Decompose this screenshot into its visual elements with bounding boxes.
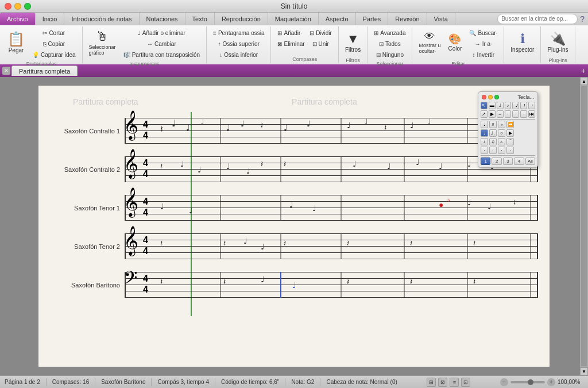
staff-lines-sax-contralto-1[interactable]: 𝄞 4 4 𝄽 (125, 118, 538, 144)
anadir-eliminar-button[interactable]: ♩ Añadir o eliminar (121, 28, 203, 38)
kp-rest-btn[interactable]: 𝄽 (520, 102, 527, 109)
kp-num-3[interactable]: 3 (503, 157, 513, 165)
inspector-button[interactable]: ℹ Inspector (508, 28, 537, 56)
tab-partes[interactable]: Partes (356, 13, 389, 25)
keypad-zoom[interactable] (494, 95, 499, 99)
keypad-minimize[interactable] (488, 95, 493, 99)
anadir-compas-button[interactable]: ⊞ Añadir· (274, 28, 305, 38)
dividir-button[interactable]: ⊟ Dividir (307, 28, 335, 38)
filtros-button[interactable]: ▼ Filtros (342, 28, 363, 56)
vertical-scrollbar[interactable]: ▲ ▼ (580, 77, 588, 375)
zoom-out-btn[interactable]: − (500, 378, 508, 386)
scroll-up-btn[interactable]: ▲ (580, 77, 588, 85)
unir-button[interactable]: ⊡ Unir (310, 39, 332, 49)
invertir-button[interactable]: ↕ Invertir (466, 49, 500, 60)
kp-sixteenth2-btn[interactable]: ♫ (489, 138, 497, 145)
tab-inicio[interactable]: Inicio (36, 13, 65, 25)
todos-button[interactable]: ⊡ Todos (371, 39, 408, 49)
staff-lines-sax-tenor-1[interactable]: 𝄞 4 4 ♩ ♩ ♩ (125, 195, 538, 221)
staff-lines-sax-baritono[interactable]: 𝄢 4 4 𝄽 𝄽 (125, 272, 538, 298)
staff-lines-sax-contralto-2[interactable]: 𝄞 4 4 𝄽 ♩ ♩ (125, 156, 538, 182)
scroll-thumb[interactable] (581, 86, 587, 366)
kp-dot-quarter-btn[interactable]: ♩. (489, 129, 497, 137)
pegar-button[interactable]: 📋 Pegar (5, 28, 28, 56)
kp-extra4-btn[interactable]: · (506, 147, 514, 154)
kp-num-2[interactable]: 2 (492, 157, 501, 165)
tab-intro-notas[interactable]: Introducción de notas (64, 13, 139, 25)
kp-cursor-btn[interactable]: ↖ (481, 102, 488, 109)
kp-slur-btn[interactable]: ⌒ (506, 138, 514, 145)
seleccionar-grafico-button[interactable]: 🖱 Seleccionargráfico (86, 28, 119, 57)
avanzada-button[interactable]: ⊞ Avanzada (371, 28, 408, 38)
ossia-inferior-button[interactable]: ↓ Ossia inferior (210, 49, 267, 60)
add-tab-button[interactable]: + (581, 66, 586, 75)
kp-arrow-btn[interactable]: ↗ (481, 110, 488, 118)
kp-whole-btn[interactable]: ○ (498, 129, 505, 137)
kp-dot-eighth-btn[interactable]: ♪. (498, 138, 505, 145)
kp-dot2-btn[interactable]: · (512, 110, 519, 118)
kp-dot3-btn[interactable]: · (520, 110, 527, 118)
mostrar-ocultar-button[interactable]: 👁 Mostrar uocultar· (416, 28, 443, 56)
ribbon-search-input[interactable] (497, 14, 578, 24)
pentagrama-ossia-button[interactable]: ≡ Pentagrama ossia (210, 28, 267, 38)
kp-eighth-btn[interactable]: ♪ (505, 102, 512, 109)
kp-extra2-btn[interactable]: · (489, 147, 497, 154)
capturar-idea-button[interactable]: 💡 Capturar idea (29, 49, 79, 60)
kp-quarter-btn[interactable]: ♩ (481, 121, 488, 128)
color-button[interactable]: 🎨 Color (446, 28, 465, 56)
time-sig-bot-4: 4 (143, 246, 148, 256)
kp-dot-btn[interactable]: · (505, 110, 512, 118)
kp-num-1[interactable]: 1 (481, 157, 490, 165)
zoom-slider[interactable] (510, 381, 545, 383)
eliminar-button[interactable]: ⊠ Eliminar (274, 39, 307, 49)
cambiar-button[interactable]: ↔ Cambiar (121, 39, 203, 49)
view-btn-2[interactable]: ⊠ (438, 378, 447, 387)
tab-vista[interactable]: Vista (427, 13, 455, 25)
ninguno-button[interactable]: ⊟ Ninguno (371, 49, 408, 60)
close-tab-button[interactable]: ✕ (2, 67, 10, 75)
kp-back-btn[interactable]: ⏪ (506, 121, 514, 128)
kp-play-btn[interactable]: ▶ (489, 110, 496, 118)
buscar-button[interactable]: 🔍 Buscar· (466, 28, 500, 38)
tab-aspecto[interactable]: Aspecto (319, 13, 356, 25)
view-btn-1[interactable]: ⊞ (427, 378, 436, 387)
tab-maquetacion[interactable]: Maquetación (268, 13, 319, 25)
tab-texto[interactable]: Texto (185, 13, 215, 25)
kp-sharp-btn[interactable]: # (489, 121, 497, 128)
kp-quarter2-btn[interactable]: ♩ (481, 129, 488, 137)
view-btn-4[interactable]: ⊡ (461, 378, 470, 387)
kp-all-btn[interactable]: All (525, 157, 535, 165)
tab-archivo[interactable]: Archivo (0, 13, 36, 25)
kp-sixteenth-btn[interactable]: 𝅘𝅥𝅮 (512, 102, 519, 109)
score-tab[interactable]: Partitura completa (11, 66, 78, 76)
ossia-superior-button[interactable]: ↑ Ossia superior (210, 39, 267, 49)
staff-lines-sax-tenor-2[interactable]: 𝄞 4 4 𝄽 𝄽 ♩ (125, 233, 538, 259)
partitura-transposicion-button[interactable]: 🎼 Partitura con transposición (121, 49, 203, 60)
tab-revision[interactable]: Revisión (388, 13, 427, 25)
plugins-button[interactable]: 🔌 Plug-ins (544, 28, 571, 56)
keypad-close[interactable] (482, 95, 486, 99)
minimize-button[interactable] (14, 3, 21, 10)
kp-bar-btn[interactable]: ▬ (489, 102, 496, 109)
kp-note-btn[interactable]: ♩ (497, 102, 504, 109)
kp-rewind-btn[interactable]: ⏮ (528, 110, 535, 118)
tab-notaciones[interactable]: Notaciones (140, 13, 185, 25)
scroll-down-btn[interactable]: ▼ (580, 367, 588, 375)
kp-eighth2-btn[interactable]: ♪ (481, 138, 488, 145)
view-btn-3[interactable]: ≡ (450, 378, 459, 387)
close-button[interactable] (5, 3, 11, 10)
cortar-button[interactable]: ✂ Cortar (29, 28, 79, 38)
kp-forward-btn[interactable]: ▶ (506, 129, 514, 137)
help-icon[interactable]: ? (580, 14, 585, 24)
ir-a-button[interactable]: → Ir a· (466, 39, 500, 49)
tab-reproduccion[interactable]: Reproducción (215, 13, 268, 25)
zoom-button[interactable] (24, 3, 31, 10)
kp-extra1-btn[interactable]: · (481, 147, 488, 154)
kp-extra3-btn[interactable]: · (498, 147, 505, 154)
kp-flat-btn[interactable]: ♭ (498, 121, 505, 128)
copiar-button[interactable]: ⎘ Copiar (29, 39, 79, 49)
kp-dash-btn[interactable]: – (497, 110, 504, 118)
zoom-in-btn[interactable]: + (547, 378, 555, 386)
kp-rest2-btn[interactable]: 𝄾 (528, 102, 535, 109)
kp-num-4[interactable]: 4 (514, 157, 524, 165)
